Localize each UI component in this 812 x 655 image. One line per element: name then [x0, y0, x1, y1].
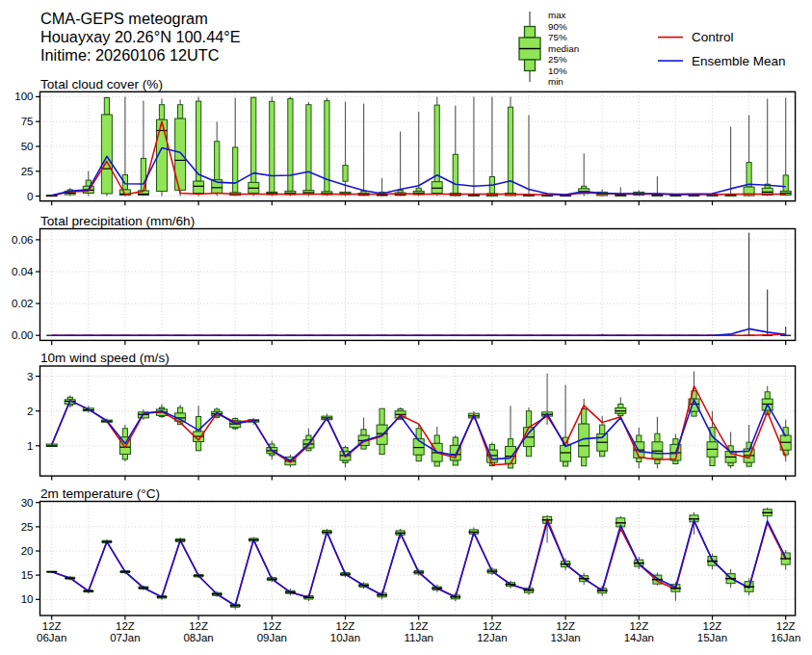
svg-text:12Z: 12Z [629, 620, 648, 632]
svg-text:12Z: 12Z [556, 620, 575, 632]
svg-text:max: max [548, 10, 566, 20]
svg-text:12Z: 12Z [776, 620, 796, 632]
svg-text:06Jan: 06Jan [37, 632, 66, 643]
svg-text:50: 50 [21, 141, 34, 152]
svg-text:12Z: 12Z [189, 620, 208, 632]
svg-text:Total precipitation (mm/6h): Total precipitation (mm/6h) [40, 214, 195, 228]
svg-text:12Z: 12Z [336, 620, 355, 632]
svg-text:16Jan: 16Jan [771, 632, 800, 643]
svg-text:Total cloud cover (%): Total cloud cover (%) [40, 77, 163, 92]
svg-text:min: min [548, 76, 563, 87]
svg-text:14Jan: 14Jan [624, 632, 654, 643]
svg-text:12Z: 12Z [703, 620, 722, 632]
svg-text:12Z: 12Z [262, 620, 281, 632]
svg-text:0: 0 [27, 191, 33, 202]
svg-text:0.00: 0.00 [12, 329, 33, 341]
svg-text:75: 75 [21, 116, 34, 127]
svg-text:08Jan: 08Jan [183, 632, 213, 643]
svg-text:09Jan: 09Jan [257, 632, 287, 643]
svg-text:0.02: 0.02 [12, 298, 33, 309]
svg-text:20: 20 [21, 545, 34, 557]
svg-text:Houayxay 20.26°N 100.44°E: Houayxay 20.26°N 100.44°E [40, 28, 241, 45]
svg-text:12Z: 12Z [42, 620, 62, 632]
svg-text:07Jan: 07Jan [110, 632, 140, 643]
svg-text:0.06: 0.06 [12, 234, 33, 246]
svg-text:25: 25 [21, 166, 34, 177]
svg-text:11Jan: 11Jan [404, 632, 432, 643]
svg-text:100: 100 [14, 91, 33, 102]
svg-text:13Jan: 13Jan [550, 632, 580, 643]
svg-text:10: 10 [21, 593, 34, 605]
svg-text:10m wind speed (m/s): 10m wind speed (m/s) [40, 351, 170, 365]
svg-text:3: 3 [27, 371, 33, 382]
svg-text:2m temperature (°C): 2m temperature (°C) [40, 486, 160, 501]
svg-text:30: 30 [21, 497, 34, 509]
svg-text:12Z: 12Z [483, 620, 502, 632]
svg-text:12Z: 12Z [409, 620, 429, 632]
svg-text:10%: 10% [548, 66, 567, 76]
svg-text:10Jan: 10Jan [330, 632, 360, 643]
svg-text:CMA-GEPS meteogram: CMA-GEPS meteogram [40, 10, 208, 27]
svg-text:Control: Control [692, 30, 734, 44]
svg-text:Initime: 20260106 12UTC: Initime: 20260106 12UTC [40, 46, 220, 64]
svg-text:15Jan: 15Jan [697, 632, 727, 643]
svg-text:25: 25 [21, 521, 34, 533]
svg-text:1: 1 [27, 440, 33, 452]
svg-text:15: 15 [21, 569, 34, 581]
svg-text:25%: 25% [548, 54, 567, 65]
svg-text:12Jan: 12Jan [477, 632, 507, 643]
svg-text:12Z: 12Z [116, 620, 135, 632]
svg-text:2: 2 [27, 406, 33, 417]
svg-text:0.04: 0.04 [12, 266, 34, 277]
svg-text:75%: 75% [548, 32, 567, 42]
svg-text:median: median [548, 43, 579, 54]
svg-text:Ensemble Mean: Ensemble Mean [692, 54, 786, 68]
svg-text:90%: 90% [548, 21, 567, 32]
